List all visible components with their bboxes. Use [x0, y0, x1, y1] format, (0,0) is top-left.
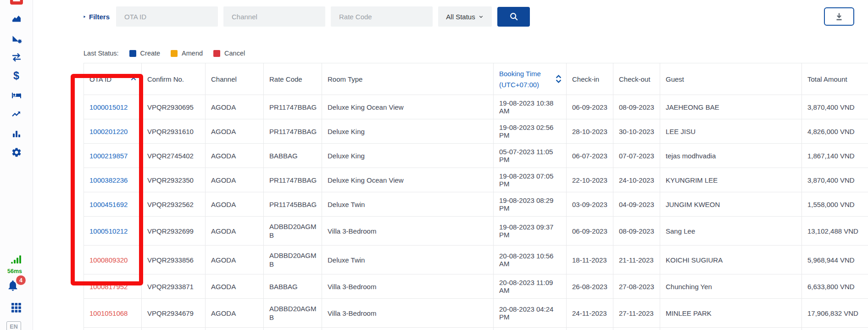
- main-content: Filters All Status Last Status: CreateAm…: [33, 0, 868, 330]
- ota-id-link[interactable]: 1000510212: [89, 227, 128, 235]
- cell-check_in: 03-09-2023: [567, 192, 613, 217]
- table-row: 1000015012VPQR2930695AGODAPR11747BBAGDel…: [84, 95, 868, 119]
- column-label: Confirm No.: [147, 75, 184, 83]
- table-row: 1000219857VPQR2745402AGODABABBAGDeluxe K…: [84, 144, 868, 168]
- cell-room_type: Deluxe King: [322, 328, 494, 330]
- cell-ota_id: 1001051068: [84, 299, 142, 328]
- table-row: 1000451692VPQR2932562AGODAPR11745BBAGDel…: [84, 192, 868, 217]
- cell-booking_time: 20-08-2023 05:02 PM: [494, 328, 567, 330]
- download-button[interactable]: [824, 7, 854, 26]
- rate-code-input[interactable]: [331, 6, 433, 27]
- area-chart-icon[interactable]: [11, 13, 22, 25]
- ota-id-link[interactable]: 1000451692: [89, 201, 128, 208]
- sort-updown-icon: [556, 73, 562, 84]
- column-label: OTA ID: [89, 75, 111, 83]
- cell-check_out: 08-09-2023: [613, 217, 660, 246]
- cell-channel: AGODA: [206, 119, 264, 144]
- cell-rate_code: PR11745BBAG: [264, 192, 322, 217]
- cell-total_amount: 13,102,488 VND: [802, 217, 868, 246]
- apps-grid-icon[interactable]: [11, 302, 22, 314]
- cell-ota_id: 1000201220: [84, 119, 142, 144]
- app-logo[interactable]: [10, 0, 23, 5]
- column-header-ota_id[interactable]: OTA ID: [84, 63, 142, 95]
- search-button[interactable]: [497, 7, 530, 27]
- payments-icon[interactable]: $: [11, 70, 22, 82]
- cell-room_type: Deluxe King Ocean View: [322, 95, 494, 119]
- cell-ota_id: 1000809320: [84, 246, 142, 274]
- column-header-confirm_no: Confirm No.: [142, 63, 206, 95]
- cell-confirm_no: VPQR2934763: [142, 328, 206, 330]
- cell-confirm_no: VPQR2934679: [142, 299, 206, 328]
- table-row: 1000201220VPQR2931610AGODAPR11747BBAGDel…: [84, 119, 868, 144]
- cell-room_type: Deluxe Twin: [322, 246, 494, 274]
- cell-booking_time: 19-08-2023 07:05 PM: [494, 168, 567, 192]
- cell-rate_code: PR11747BBAG: [264, 119, 322, 144]
- analytics-settings-icon[interactable]: [11, 33, 22, 45]
- ota-id-link[interactable]: 1000809320: [89, 256, 128, 264]
- cell-booking_time: 05-07-2023 11:05 PM: [494, 144, 567, 168]
- cell-booking_time: 19-08-2023 08:29 PM: [494, 192, 567, 217]
- sort-asc-icon: [130, 76, 137, 82]
- language-selector[interactable]: EN: [6, 321, 21, 330]
- status-dropdown[interactable]: All Status: [438, 6, 492, 27]
- cell-channel: AGODA: [206, 274, 264, 299]
- cell-guest: LEE JISU: [660, 119, 802, 144]
- column-header-channel: Channel: [206, 63, 264, 95]
- download-icon: [834, 11, 844, 22]
- legend-swatch: [171, 50, 178, 57]
- table-row: 1000382236VPQR2932350AGODAPR11747BBAGDel…: [84, 168, 868, 192]
- bar-chart-icon[interactable]: [11, 128, 22, 140]
- column-label: Total Amount: [807, 75, 847, 83]
- cell-confirm_no: VPQR2745402: [142, 144, 206, 168]
- column-label: Channel: [211, 75, 237, 83]
- cell-channel: AGODA: [206, 168, 264, 192]
- cell-check_out: 27-11-2023: [613, 299, 660, 328]
- cell-total_amount: 4,826,000 VND: [802, 119, 868, 144]
- cell-room_type: Deluxe King Ocean View: [322, 168, 494, 192]
- cell-room_type: Villa 3-Bedroom: [322, 217, 494, 246]
- notifications-bell-icon[interactable]: 4: [6, 279, 20, 293]
- ota-id-link[interactable]: 1001051068: [89, 309, 128, 317]
- ota-id-input[interactable]: [116, 6, 218, 27]
- column-sublabel: (UTC+07:00): [499, 81, 541, 89]
- cell-rate_code: ADBBD20AGMB: [264, 299, 322, 328]
- latency-value: 56ms: [0, 268, 29, 274]
- legend-item-label: Cancel: [224, 50, 245, 57]
- cell-total_amount: 5,968,944 VND: [802, 246, 868, 274]
- cell-confirm_no: VPQR2932350: [142, 168, 206, 192]
- column-header-booking_time[interactable]: Booking Time(UTC+07:00): [494, 63, 567, 95]
- legend-item-cancel: Cancel: [213, 50, 245, 57]
- column-header-room_type: Room Type: [322, 63, 494, 95]
- channel-input[interactable]: [223, 6, 325, 27]
- filter-bar: Filters All Status: [33, 0, 868, 27]
- filters-toggle[interactable]: Filters: [83, 13, 110, 21]
- cell-check_in: 28-10-2023: [567, 119, 613, 144]
- cell-check_out: 04-09-2023: [613, 192, 660, 217]
- cell-rate_code: BABBAG: [264, 274, 322, 299]
- status-dropdown-value: All Status: [446, 13, 475, 21]
- trending-up-icon[interactable]: [11, 108, 22, 120]
- cell-confirm_no: VPQR2930695: [142, 95, 206, 119]
- ota-id-link[interactable]: 1000201220: [89, 128, 128, 135]
- cell-channel: AGODA: [206, 246, 264, 274]
- cell-guest: KYUNGRIM LEE: [660, 168, 802, 192]
- table-row: 1001080232VPQR2934763AGODAADBBD20AGMBDel…: [84, 328, 868, 330]
- cell-total_amount: 1,867,140 VND: [802, 144, 868, 168]
- ota-id-link[interactable]: 1000015012: [89, 103, 128, 111]
- ota-id-link[interactable]: 1000817952: [89, 283, 128, 291]
- settings-gear-icon[interactable]: [11, 146, 22, 158]
- column-header-check_out: Check-out: [613, 63, 660, 95]
- column-label: Check-out: [619, 75, 650, 83]
- cell-check_out: 07-07-2023: [613, 144, 660, 168]
- cell-check_out: 18-12-2023: [613, 328, 660, 330]
- cell-channel: AGODA: [206, 192, 264, 217]
- ota-id-link[interactable]: 1000382236: [89, 176, 128, 184]
- ota-id-link[interactable]: 1000219857: [89, 152, 128, 160]
- compare-arrows-icon[interactable]: [11, 51, 22, 63]
- hotel-bed-icon[interactable]: [11, 89, 22, 101]
- table-row: 1001051068VPQR2934679AGODAADBBD20AGMBVil…: [84, 299, 868, 328]
- cell-channel: AGODA: [206, 95, 264, 119]
- cell-total_amount: 3,870,400 VND: [802, 95, 868, 119]
- column-header-total_amount: Total Amount: [802, 63, 868, 95]
- table-row: 1000809320VPQR2933856AGODAADBBD20AGMBDel…: [84, 246, 868, 274]
